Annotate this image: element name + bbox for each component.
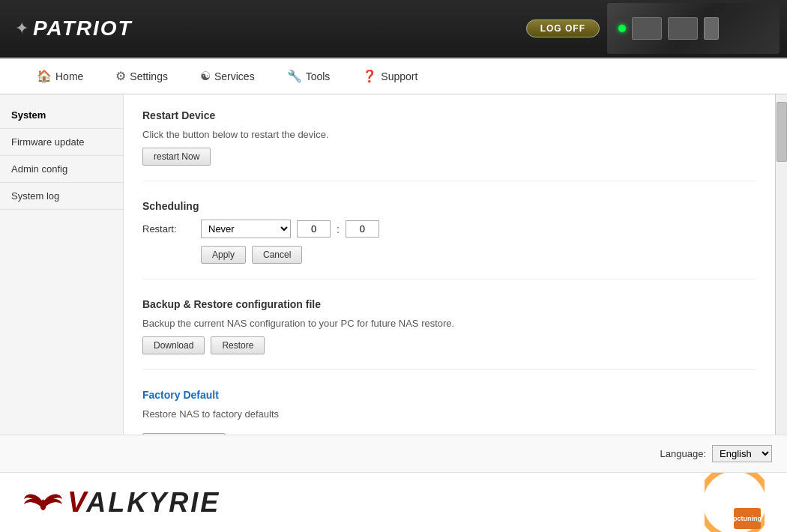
backup-restore-title: Backup & Restore configuration file [142,298,756,310]
factory-default-section: Factory Default Restore NAS to factory d… [142,389,756,435]
sidebar-item-system[interactable]: System [0,102,123,129]
pctuning-box: pctuning [734,508,761,529]
scrollbar-thumb[interactable] [777,102,787,162]
support-icon: ❓ [362,69,377,83]
factory-default-title: Factory Default [142,389,756,401]
backup-btn-row: Download Restore [142,336,756,354]
settings-icon: ⚙ [115,69,126,83]
logo-area: ✦ PATRIOT [15,16,133,40]
nav-home[interactable]: 🏠 Home [22,62,97,90]
nav-home-label: Home [55,70,83,82]
backup-restore-section: Backup & Restore configuration file Back… [142,298,756,370]
logoff-button[interactable]: LOG OFF [526,19,600,37]
header: ✦ PATRIOT LOG OFF [0,0,787,58]
sidebar-item-admin[interactable]: Admin config [0,156,123,183]
time-separator: : [337,223,340,235]
restart-device-title: Restart Device [142,109,756,121]
nav-tools[interactable]: 🔧 Tools [273,62,345,90]
valkyrie-text-area: V ALKYRIE [67,486,220,519]
device-image-inner [607,3,780,54]
pctuning-text: pctuning [733,515,762,522]
device-image [607,3,780,54]
scheduling-section: Scheduling Restart: Never Daily Weekly M… [142,200,756,279]
scheduling-row: Restart: Never Daily Weekly Monthly : [142,220,756,238]
apply-button[interactable]: Apply [201,246,246,264]
pctuning-logo: pctuning [705,473,765,533]
restart-device-section: Restart Device Click the button below to… [142,109,756,181]
nav-bar: 🏠 Home ⚙ Settings ☯ Services 🔧 Tools ❓ S… [0,58,787,94]
device-slot-2 [668,17,698,40]
home-icon: 🏠 [37,69,52,83]
header-right: LOG OFF [526,3,780,54]
language-select[interactable]: English French German Spanish Chinese [712,445,772,462]
tools-icon: 🔧 [287,69,302,83]
factory-default-button[interactable]: Factory Default [142,433,226,435]
device-slot-3 [704,17,719,40]
restore-button[interactable]: Restore [211,336,265,354]
logo-icon: ✦ [15,19,28,38]
time-minute-input[interactable] [346,220,379,238]
footer: Language: English French German Spanish … [0,435,787,472]
restart-now-button[interactable]: restart Now [142,148,211,166]
restart-device-desc: Click the button below to restart the de… [142,129,756,140]
nav-tools-label: Tools [306,70,331,82]
factory-default-desc: Restore NAS to factory defaults [142,408,756,420]
valkyrie-wings-icon [22,486,64,519]
backup-restore-desc: Backup the current NAS configuration to … [142,318,756,329]
device-led [618,25,626,32]
content-wrapper: Restart Device Click the button below to… [124,94,787,435]
device-slot-1 [632,17,662,40]
nav-settings-label: Settings [130,70,168,82]
nav-support[interactable]: ❓ Support [348,62,432,90]
scheduling-title: Scheduling [142,200,756,212]
scrollbar[interactable] [775,94,787,435]
sidebar-item-firmware[interactable]: Firmware update [0,129,123,156]
content-area: Restart Device Click the button below to… [124,94,775,435]
valkyrie-logo: V ALKYRIE [22,486,220,519]
cancel-button[interactable]: Cancel [252,246,302,264]
time-hour-input[interactable] [297,220,331,238]
nav-services[interactable]: ☯ Services [186,62,269,90]
scheduling-btn-row: Apply Cancel [201,246,756,264]
sidebar: System Firmware update Admin config Syst… [0,94,124,435]
nav-support-label: Support [381,70,417,82]
restart-frequency-select[interactable]: Never Daily Weekly Monthly [201,220,291,238]
nav-services-label: Services [214,70,255,82]
sidebar-item-syslog[interactable]: System log [0,183,123,210]
services-icon: ☯ [200,69,211,83]
logo-text: PATRIOT [33,16,133,40]
main-layout: System Firmware update Admin config Syst… [0,94,787,435]
valkyrie-v: V [67,486,86,519]
factory-btn-placeholder: Factory Default [142,433,226,435]
brand-footer: V ALKYRIE pctuning [0,472,787,532]
nav-settings[interactable]: ⚙ Settings [101,62,182,90]
valkyrie-rest: ALKYRIE [86,487,220,519]
restart-label: Restart: [142,223,195,235]
language-label: Language: [660,448,706,459]
download-button[interactable]: Download [142,336,205,354]
